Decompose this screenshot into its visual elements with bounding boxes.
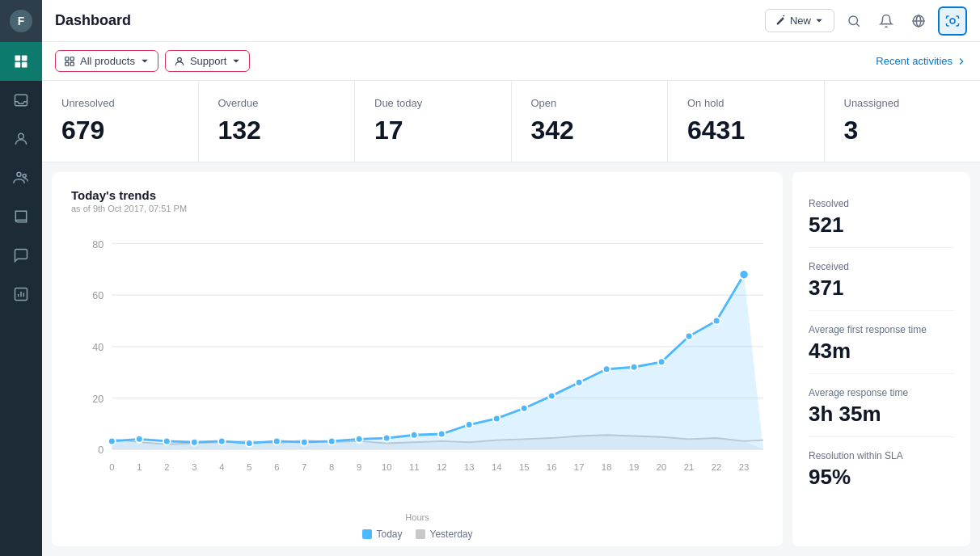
svg-point-6 [17,172,21,176]
sidebar-item-dashboard[interactable] [0,42,42,81]
svg-text:0: 0 [98,444,103,456]
svg-rect-15 [70,62,74,65]
right-stat-value: 3h 35m [809,402,954,427]
support-label: Support [190,55,227,67]
right-stat-value: 371 [809,276,954,301]
chevron-right-icon [956,56,967,67]
svg-text:19: 19 [629,461,640,471]
svg-point-31 [163,437,171,444]
svg-text:60: 60 [92,290,103,301]
new-button[interactable]: New [765,9,834,32]
right-stat-label: Average first response time [809,324,954,335]
search-icon-btn[interactable] [841,8,867,34]
svg-rect-1 [22,56,27,61]
svg-text:40: 40 [92,342,103,353]
all-products-label: All products [80,55,135,67]
svg-point-49 [658,358,665,365]
sidebar-item-inbox[interactable] [0,81,42,120]
stat-value: 679 [61,116,179,145]
svg-text:4: 4 [219,461,224,471]
all-products-filter[interactable]: All products [55,50,158,72]
recent-activities-label: Recent activities [876,55,953,67]
svg-rect-3 [22,62,27,68]
svg-text:6: 6 [274,461,279,471]
svg-text:5: 5 [247,461,251,471]
stat-label: Due today [374,97,492,109]
right-stat-item: Received371 [809,251,954,311]
right-stats-panel: Resolved521Received371Average first resp… [792,172,970,546]
chart-subtitle: as of 9th Oct 2017, 07:51 PM [71,204,763,213]
svg-rect-12 [65,57,69,60]
stat-value: 17 [374,116,492,145]
stat-card: Open342 [512,81,669,162]
products-icon [64,56,75,67]
filter-left: All products Support [55,50,250,72]
sidebar-item-groups[interactable] [0,158,42,197]
svg-point-34 [246,440,253,447]
stat-card: Unassigned3 [825,81,981,162]
svg-point-5 [19,133,24,139]
svg-text:1: 1 [137,461,142,471]
svg-point-46 [576,379,583,386]
stat-card: Overdue132 [199,81,356,162]
book-icon [13,208,29,225]
svg-point-48 [631,364,638,371]
stat-label: Overdue [218,97,336,109]
stat-card: On hold6431 [668,81,825,162]
sidebar: F [0,0,42,556]
svg-point-44 [521,405,528,412]
right-stat-label: Resolved [809,198,954,209]
svg-point-38 [356,436,363,443]
svg-rect-13 [70,57,74,60]
chevron-down-icon [814,16,824,26]
new-btn-label: New [790,15,811,27]
chart-legend: Today Yesterday [71,529,763,540]
svg-point-32 [191,439,198,446]
topbar-actions: New [765,6,967,36]
stat-value: 132 [218,116,336,145]
stat-card: Unresolved679 [42,81,199,162]
sidebar-item-contacts[interactable] [0,120,42,158]
svg-text:80: 80 [92,238,103,250]
svg-text:21: 21 [684,461,695,471]
globe-icon-btn[interactable] [906,8,931,34]
svg-rect-2 [15,62,21,68]
sidebar-logo[interactable]: F [0,0,42,42]
search-icon [847,14,861,28]
support-filter[interactable]: Support [165,50,251,72]
svg-point-41 [438,431,446,438]
chart-section: Today's trends as of 9th Oct 2017, 07:51… [52,172,783,546]
main-content: Dashboard New [42,0,980,556]
screenshot-icon [945,14,960,28]
svg-text:7: 7 [302,461,306,471]
stat-value: 6431 [687,116,805,145]
sidebar-item-reports[interactable] [0,275,42,314]
svg-rect-14 [65,62,69,65]
sidebar-item-book[interactable] [0,197,42,236]
sidebar-item-chat[interactable] [0,236,42,275]
svg-text:17: 17 [574,461,585,471]
recent-activities-link[interactable]: Recent activities [876,55,967,67]
screenshot-button[interactable] [938,6,967,36]
chart-title: Today's trends [71,188,763,202]
svg-point-16 [178,57,182,61]
chart-container: 80 60 40 20 0 [71,223,763,511]
stat-value: 3 [844,116,961,145]
dashboard-icon [13,53,29,70]
svg-text:10: 10 [382,461,392,471]
content-area: Today's trends as of 9th Oct 2017, 07:51… [42,162,980,556]
page-title: Dashboard [55,12,131,29]
svg-point-52 [739,270,748,279]
svg-point-43 [493,415,501,422]
right-stat-value: 95% [809,465,954,490]
bell-icon-btn[interactable] [873,8,899,34]
reports-icon [13,286,29,302]
svg-text:0: 0 [109,461,114,471]
svg-text:2: 2 [164,461,169,471]
svg-point-7 [23,174,26,177]
contacts-icon [13,131,29,147]
stat-label: Open [531,97,648,109]
chevron-products-icon [140,57,150,66]
filterbar: All products Support Recent activities [42,42,980,81]
svg-text:20: 20 [657,461,667,471]
